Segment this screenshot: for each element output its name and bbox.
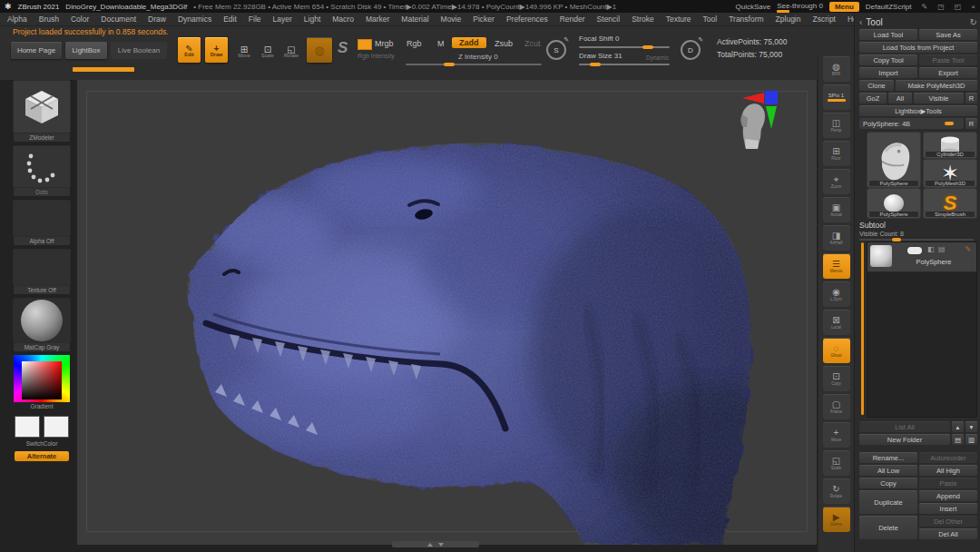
list-all-button[interactable]: List All [859, 421, 950, 432]
see-through-slider[interactable]: See-through 0 [777, 2, 823, 11]
home-page-button[interactable]: Home Page [11, 42, 62, 59]
quicksave-button[interactable]: QuickSave [736, 3, 771, 11]
actual-button[interactable]: ▣Actual [823, 197, 850, 222]
folder-collapse-icon[interactable]: ▤ [952, 434, 964, 445]
minimize-icon[interactable]: ◰ [955, 3, 962, 11]
load-tool-button[interactable]: Load Tool [859, 29, 917, 40]
pen-icon[interactable]: ✎ [922, 3, 928, 11]
subtool-item[interactable]: ◧ ▤ ✎ PolySphere [867, 242, 976, 272]
restore-config-icon[interactable]: ↻ [970, 17, 977, 27]
active-tool-slider-handle[interactable] [945, 122, 954, 125]
gizmo3d-button[interactable]: ▶Gizmo [823, 507, 850, 532]
menu-edit[interactable]: Edit [223, 15, 237, 24]
zoom-button[interactable]: ⌖Zoom [823, 169, 850, 194]
rotate-mode-button[interactable]: ◱ Rotate [281, 41, 301, 61]
frame-button[interactable]: ▢Frame [823, 394, 850, 419]
menu-preferences[interactable]: Preferences [506, 15, 548, 24]
camera-orientation-head[interactable] [735, 100, 773, 151]
mrgb-swatch[interactable] [358, 39, 372, 50]
all-high-button[interactable]: All High [919, 465, 977, 476]
subtool-section-header[interactable]: Subtool [859, 221, 977, 230]
uv-icon[interactable]: ▤ [938, 245, 946, 253]
floor-button[interactable]: ⊞Floor [823, 141, 850, 166]
all-low-button[interactable]: All Low [859, 465, 917, 476]
copy-view-button[interactable]: ⊡Copy [823, 366, 850, 391]
stroke-picker-button[interactable] [13, 145, 71, 188]
menu-brush[interactable]: Brush [39, 15, 59, 24]
close-icon[interactable]: × [971, 3, 975, 11]
color-picker[interactable] [14, 355, 70, 402]
menu-dynamics[interactable]: Dynamics [178, 15, 211, 24]
menu-zscript[interactable]: Zscript [812, 15, 836, 24]
menu-button[interactable]: Menu [829, 2, 859, 12]
menu-file[interactable]: File [249, 15, 261, 24]
menu-tool[interactable]: Tool [703, 15, 718, 24]
focal-shift-slider[interactable] [579, 46, 670, 48]
bpr-button[interactable]: ◍BPR [823, 56, 850, 82]
import-button[interactable]: Import [859, 67, 917, 78]
back-chevron-icon[interactable]: ‹ [859, 17, 862, 27]
menu-stroke[interactable]: Stroke [632, 15, 654, 24]
menu-document[interactable]: Document [101, 15, 136, 24]
menu-material[interactable]: Material [401, 15, 428, 24]
texture-picker-button[interactable] [13, 249, 71, 286]
move-canvas-button[interactable]: +Move [823, 422, 850, 448]
current-tool-thumbnail[interactable]: PolySphere [867, 132, 921, 188]
draw-mode-button[interactable]: + Draw [205, 37, 228, 63]
m-button[interactable]: M [437, 39, 445, 48]
viewport-canvas[interactable] [77, 80, 817, 545]
cylinder3d-thumbnail[interactable]: Cylinder3D [923, 132, 977, 159]
aahalf-button[interactable]: ◨AAHalf [823, 225, 850, 251]
move-up-button[interactable]: ▴ [952, 421, 964, 432]
stroke-type-icon[interactable]: S [338, 39, 348, 57]
zsub-button[interactable]: Zsub [495, 39, 513, 48]
draw-size-dial-icon[interactable]: D [681, 40, 701, 60]
paste-subtool-button[interactable]: Paste [919, 478, 977, 488]
current-brush-button[interactable]: ◍ [307, 37, 332, 63]
secondary-color-swatch[interactable] [44, 416, 69, 438]
menu-zplugin[interactable]: Zplugin [776, 15, 801, 24]
draw-size-slider[interactable] [579, 64, 670, 65]
copy-subtool-button[interactable]: Copy [859, 478, 917, 488]
menus-button[interactable]: ☰Menus [823, 253, 850, 279]
main-color-swatch[interactable] [15, 416, 40, 438]
menu-light[interactable]: Light [304, 15, 320, 24]
rename-button[interactable]: Rename... [859, 452, 917, 463]
paste-tool-button[interactable]: Paste Tool [919, 54, 977, 65]
local-button[interactable]: ⊠Local [823, 310, 850, 335]
insert-button[interactable]: Insert [919, 503, 977, 514]
menu-alpha[interactable]: Alpha [7, 15, 27, 24]
rotate-canvas-button[interactable]: ↻Rotate [823, 478, 850, 504]
menu-color[interactable]: Color [71, 15, 89, 24]
subtool-scrollbar[interactable] [861, 242, 864, 415]
dynamic-label[interactable]: Dynamic [646, 54, 669, 61]
clone-button[interactable]: Clone [859, 80, 894, 91]
scale-canvas-button[interactable]: ◱Scale [823, 450, 850, 476]
menu-layer[interactable]: Layer [273, 15, 292, 24]
menu-stencil[interactable]: Stencil [597, 15, 621, 24]
duplicate-button[interactable]: Duplicate [859, 490, 917, 514]
alpha-picker-button[interactable] [13, 200, 71, 237]
polymesh3d-thumbnail[interactable]: ✶ PolyMesh3D [923, 159, 977, 188]
move-mode-button[interactable]: ⊞ Move [234, 41, 254, 61]
spix-slider[interactable]: SPix 1 [823, 84, 850, 110]
default-zscript-button[interactable]: DefaultZScript [866, 3, 912, 11]
visibility-eye-icon[interactable] [907, 247, 922, 254]
polypaint-icon[interactable]: ◧ [927, 245, 935, 253]
polysphere-thumbnail[interactable]: PolySphere [867, 188, 921, 219]
restore-icon[interactable]: ◳ [937, 3, 945, 11]
active-tool-slider[interactable]: PolySphere: 4B [859, 118, 964, 129]
ghost-button[interactable]: ◌Ghost [823, 338, 850, 363]
delete-button[interactable]: Delete [859, 516, 917, 539]
menu-transform[interactable]: Transform [729, 15, 763, 24]
persp-button[interactable]: ◫Persp [823, 113, 850, 138]
z-intensity-slider[interactable] [406, 64, 542, 65]
zmodeler-brush-button[interactable] [13, 80, 71, 133]
goz-all-button[interactable]: All [888, 93, 912, 104]
autoreorder-button[interactable]: Autoreorder [919, 452, 977, 463]
menu-render[interactable]: Render [560, 15, 585, 24]
load-tools-from-project-button[interactable]: Load Tools from Project [859, 42, 977, 53]
tool-r-button[interactable]: R [965, 118, 977, 129]
menu-texture[interactable]: Texture [666, 15, 691, 24]
goz-visible-button[interactable]: Visible [914, 93, 964, 104]
